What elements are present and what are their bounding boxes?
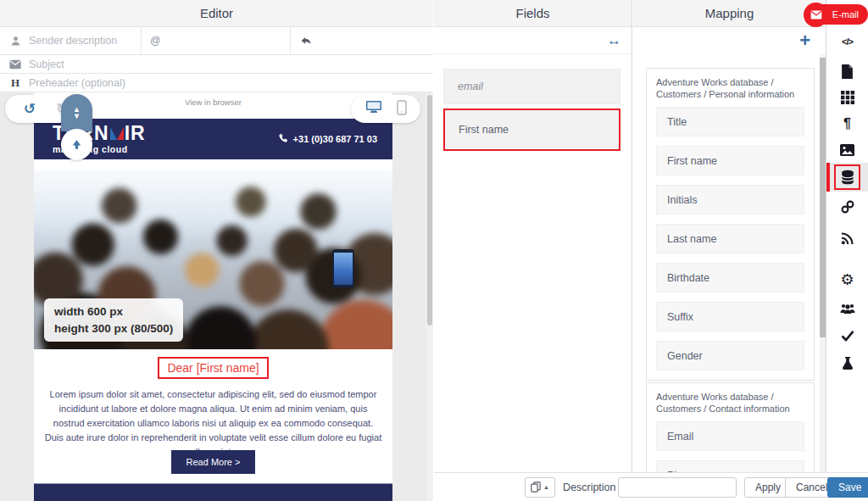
description-input[interactable] [618,477,737,498]
arrow-up-icon [70,138,83,151]
mobile-icon [397,100,407,115]
users-icon[interactable] [826,296,868,321]
email-channel-label: E-mail [832,9,859,19]
image-icon[interactable] [826,137,868,163]
link-icon[interactable] [826,194,868,220]
fields-panel-title: Fields [434,0,632,27]
resize-horizontal-icon[interactable]: ↔ [607,33,621,47]
device-preview-toggle [351,95,420,123]
copy-dropdown-button[interactable]: ▲ [525,477,555,498]
monitor-icon [365,100,382,114]
subject-row: Subject [0,55,433,74]
mapping-group-personal: Adventure Works database / Customers / P… [646,68,815,381]
mapping-item-last-name[interactable]: Last name [656,224,804,253]
preheader-placeholder: Preheader (optional) [29,77,125,89]
mapping-item-first-name[interactable]: First name [656,146,804,175]
grid-icon[interactable] [826,85,868,110]
description-label: Description [563,482,616,493]
image-size-label: width 600 px height 300 px (80/500) [44,298,183,342]
mapping-item-initials[interactable]: Initials [656,185,804,214]
logo-triangle-icon [110,127,124,140]
chevron-down-icon: ▼ [73,113,81,120]
flask-icon[interactable] [826,351,868,376]
code-icon[interactable]: </> [826,29,868,54]
check-icon[interactable] [826,323,868,348]
move-block-up-button[interactable] [61,129,92,160]
header-phone: +31 (0)30 687 71 03 [278,133,377,145]
subject-field[interactable]: Subject [0,55,433,73]
block-move-handle[interactable]: ▲ ▼ [61,94,92,131]
mapping-panel: Mapping + Adventure Works database / Cus… [633,0,826,501]
mobile-preview-button[interactable] [397,100,407,119]
field-item-first-name[interactable]: First name [443,109,620,151]
mapping-scrollbar[interactable] [820,54,826,473]
envelope-icon [804,3,828,27]
mapping-group-header: Adventure Works database / Customers / P… [656,76,804,100]
read-more-button[interactable]: Read More > [171,450,256,474]
mapping-item-email[interactable]: Email [656,421,804,451]
envelope-icon [8,59,22,70]
hero-crowd-image[interactable]: width 600 px height 300 px (80/500) [34,171,392,349]
gear-icon[interactable]: ⚙ [826,267,868,292]
subject-placeholder: Subject [29,58,64,70]
content-type-sidebar: </> ¶ ⚙ [826,0,868,501]
active-item-red-border [834,164,860,190]
bottom-action-bar: ▲ Description Apply Cancel Save [434,472,868,501]
preheader-field[interactable]: H Preheader (optional) [0,74,433,92]
smartphone-in-crowd [332,249,354,288]
editor-panel: Editor Sender description @ Subject [0,0,433,501]
undo-button[interactable]: ↺ [24,100,36,118]
file-icon[interactable] [826,58,868,84]
personalized-greeting[interactable]: Dear [First name] [158,357,268,379]
person-icon [8,36,22,47]
reply-icon [299,35,313,47]
save-button[interactable]: Save [827,477,868,498]
mapping-panel-title: Mapping [633,0,826,27]
preheader-row: H Preheader (optional) [0,74,433,92]
mapping-item-gender[interactable]: Gender [656,341,804,370]
reply-to-field[interactable] [291,27,433,54]
sender-email-field[interactable]: @ [142,27,290,54]
sender-description-field[interactable]: Sender description [0,27,141,54]
editor-scrollbar[interactable] [426,92,433,501]
phone-handset-icon [278,133,288,145]
fields-toolbar: ↔ [434,27,632,54]
sender-row: Sender description @ [0,27,433,55]
heading-icon: H [8,76,22,90]
caret-up-icon: ▲ [543,484,549,490]
mapping-item-birthdate[interactable]: Birthdate [656,263,804,292]
mapping-item-suffix[interactable]: Suffix [656,302,804,331]
paragraph-icon[interactable]: ¶ [826,111,868,136]
mapping-toolbar: + [633,27,826,54]
fields-panel: Fields ↔ email First name [434,0,632,501]
rss-icon[interactable] [826,225,868,251]
editor-panel-title: Editor [0,0,433,27]
add-mapping-icon[interactable]: + [799,31,810,50]
sender-description-placeholder: Sender description [29,35,117,47]
field-item-email[interactable]: email [443,69,620,104]
mapping-group-header: Adventure Works database / Customers / C… [656,391,804,415]
desktop-preview-button[interactable] [365,100,382,118]
email-footer-block[interactable] [34,483,392,501]
at-icon: @ [150,35,161,47]
mapping-item-title[interactable]: Title [656,107,804,136]
email-channel-button[interactable]: E-mail [804,2,868,27]
copy-icon [531,482,541,493]
email-body-text[interactable]: Lorem ipsum dolor sit amet, consectetur … [44,387,382,459]
